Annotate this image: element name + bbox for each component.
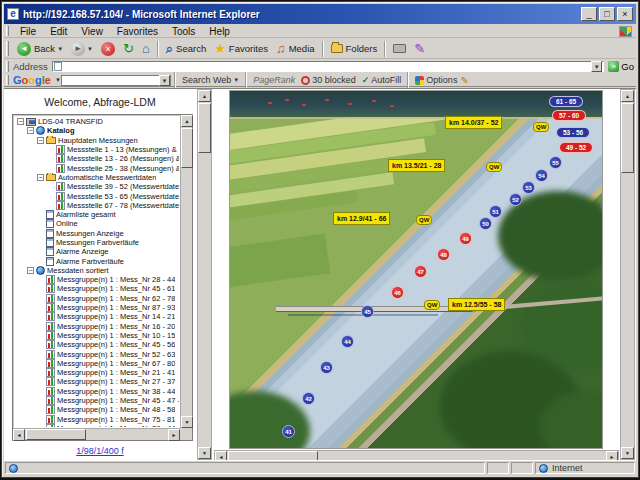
tree-item[interactable]: Online — [15, 219, 179, 228]
left-frame-scrollbar[interactable]: ▲ ▼ — [197, 89, 212, 460]
scroll-down-icon[interactable]: ▼ — [621, 447, 634, 459]
media-button[interactable]: ♫ Media — [272, 41, 319, 57]
main-horizontal-scrollbar[interactable]: ◄ ► — [214, 450, 619, 460]
measure-point[interactable]: 47 — [414, 265, 427, 278]
tree-vertical-scrollbar[interactable]: ▲ ▼ — [180, 115, 192, 428]
tree-item[interactable]: Messgruppe(n) 1 : Mess_Nr 21 - 41 — [15, 368, 179, 377]
measure-point[interactable]: 51 — [489, 205, 502, 218]
go-button[interactable]: » Go — [608, 61, 634, 72]
favorites-button[interactable]: ★ Favorites — [210, 41, 272, 57]
tree-item[interactable]: −Automatische Messwertdaten — [15, 173, 179, 182]
measure-point[interactable]: 46 — [391, 286, 404, 299]
search-web-button[interactable]: Search Web ▼ — [179, 75, 242, 85]
measure-point[interactable]: 48 — [437, 248, 450, 261]
stop-button[interactable]: × — [97, 41, 119, 57]
options-button[interactable]: Options — [412, 75, 460, 85]
scroll-thumb[interactable] — [181, 128, 193, 168]
tree-item[interactable]: Messstelle 13 - 26 (Messungen) & 17 2 — [15, 154, 179, 163]
scroll-left-icon[interactable]: ◄ — [13, 429, 25, 441]
tree-item[interactable]: Alarme Anzeige — [15, 247, 179, 256]
menu-item-help[interactable]: Help — [202, 26, 237, 37]
menu-item-view[interactable]: View — [74, 26, 110, 37]
measure-point[interactable]: 50 — [479, 217, 492, 230]
back-button[interactable]: ◄ Back ▼ — [13, 41, 67, 57]
tree-item[interactable]: Messstelle 39 - 52 (Messwertdaten) & — [15, 182, 179, 191]
footer-link[interactable]: 1/98/1/400 f — [4, 446, 196, 456]
tree-item[interactable]: Messgruppe(n) 1 : Mess_Nr 62 - 78 — [15, 294, 179, 303]
forward-button[interactable]: ► ▼ — [67, 41, 97, 57]
tree-item[interactable]: Messgruppe(n) 1 : Mess_Nr 48 - 58 — [15, 405, 179, 414]
google-search-dropdown[interactable]: ▼ — [159, 75, 170, 86]
grip-handle[interactable] — [6, 61, 9, 71]
google-search-field[interactable]: ▼ — [61, 75, 171, 86]
tree-item[interactable]: −LDS-04 TRANSFID — [15, 117, 179, 126]
menu-item-favorites[interactable]: Favorites — [110, 26, 165, 37]
measure-point[interactable]: 54 — [535, 169, 548, 182]
tree-item[interactable]: −Messdaten sortiert — [15, 266, 179, 275]
tree-item[interactable]: Messungen Farbverläufe — [15, 238, 179, 247]
address-field[interactable]: ▼ — [52, 61, 604, 72]
scroll-down-icon[interactable]: ▼ — [181, 416, 193, 428]
scroll-up-icon[interactable]: ▲ — [198, 90, 211, 102]
tree-item[interactable]: Messgruppe(n) 1 : Mess_Nr 27 - 37 — [15, 377, 179, 386]
close-button[interactable]: × — [617, 7, 633, 21]
google-search-input[interactable] — [62, 76, 159, 85]
title-bar[interactable]: e http://192.168.57.104/ - Microsoft Int… — [4, 4, 636, 24]
measure-point[interactable]: 44 — [341, 335, 354, 348]
scroll-up-icon[interactable]: ▲ — [181, 115, 193, 127]
measure-point[interactable]: 43 — [320, 361, 333, 374]
tree-item[interactable]: Messungen Anzeige — [15, 229, 179, 238]
tree-item[interactable]: Messgruppe(n) 1 : Mess_Nr 10 - 15 — [15, 331, 179, 340]
tree-item[interactable]: Messgruppe(n) 1 : Mess_Nr 45 - 56 — [15, 340, 179, 349]
scroll-right-icon[interactable]: ► — [606, 451, 618, 460]
measure-point[interactable]: 41 — [282, 425, 295, 438]
autofill-button[interactable]: ✓ AutoFill — [359, 75, 405, 85]
maximize-button[interactable]: □ — [599, 7, 615, 21]
measure-point[interactable]: 45 — [361, 305, 374, 318]
menu-item-edit[interactable]: Edit — [43, 26, 74, 37]
address-input[interactable] — [64, 62, 591, 71]
minimize-button[interactable]: _ — [581, 7, 597, 21]
scroll-up-icon[interactable]: ▲ — [621, 90, 634, 102]
scroll-thumb[interactable] — [198, 103, 211, 153]
scroll-thumb[interactable] — [228, 451, 318, 460]
menu-item-tools[interactable]: Tools — [165, 26, 202, 37]
tree-horizontal-scrollbar[interactable]: ◄ ► — [13, 428, 180, 440]
scroll-down-icon[interactable]: ▼ — [198, 447, 211, 459]
aerial-photo[interactable]: km 14.0/37 - 52km 13.5/21 - 28km 12.9/41… — [229, 90, 603, 449]
tree-item[interactable]: Messstelle 53 - 65 (Messwertdaten) & — [15, 191, 179, 200]
tree-expand-icon[interactable]: − — [27, 127, 34, 134]
range-pill[interactable]: 61 - 65 — [549, 96, 583, 107]
tree-item[interactable]: Messgruppe(n) 1 : Mess_Nr 52 - 63 — [15, 349, 179, 358]
edit-button[interactable]: ✎ — [410, 41, 429, 57]
range-pill[interactable]: 49 - 52 — [559, 142, 593, 153]
tree-item[interactable]: Messgruppe(n) 1 : Mess_Nr 45 - 61 — [15, 284, 179, 293]
measure-point[interactable]: 55 — [549, 156, 562, 169]
menu-item-file[interactable]: File — [13, 26, 43, 37]
home-button[interactable]: ⌂ — [138, 41, 154, 57]
address-dropdown-button[interactable]: ▼ — [591, 61, 602, 72]
folders-button[interactable]: Folders — [327, 42, 382, 55]
range-pill[interactable]: 53 - 56 — [556, 127, 590, 138]
tree-item[interactable]: Messstelle 25 - 38 (Messungen) & 17 3 — [15, 163, 179, 172]
tree-item[interactable]: −Hauptdaten Messungen — [15, 136, 179, 145]
tree-item[interactable]: Messgruppe(n) 1 : Mess_Nr 87 - 93 — [15, 303, 179, 312]
tree-item[interactable]: Messgruppe(n) 1 : Mess_Nr 14 - 21 — [15, 312, 179, 321]
scroll-right-icon[interactable]: ► — [168, 429, 180, 441]
refresh-button[interactable]: ↻ — [119, 41, 138, 57]
scroll-thumb[interactable] — [26, 429, 86, 440]
google-logo[interactable]: Google — [13, 74, 51, 86]
grip-handle[interactable] — [6, 75, 9, 85]
main-vertical-scrollbar[interactable]: ▲ ▼ — [620, 89, 635, 460]
scroll-thumb[interactable] — [621, 103, 634, 173]
grip-handle[interactable] — [6, 26, 9, 36]
tree-item[interactable]: −Katalog — [15, 126, 179, 135]
grip-handle[interactable] — [6, 41, 9, 56]
tree-item[interactable]: Messstelle 67 - 78 (Messwertdaten) & — [15, 201, 179, 210]
tree-item[interactable]: Messgruppe(n) 1 : Mess_Nr 28 - 44 — [15, 424, 179, 427]
tree-item[interactable]: Messgruppe(n) 1 : Mess_Nr 75 - 81 — [15, 415, 179, 424]
tree-item[interactable]: Messgruppe(n) 1 : Mess_Nr 38 - 44 — [15, 387, 179, 396]
tree-expand-icon[interactable]: − — [27, 267, 34, 274]
popup-blocker-button[interactable]: 30 blocked — [298, 75, 359, 85]
measure-point[interactable]: 42 — [302, 392, 315, 405]
